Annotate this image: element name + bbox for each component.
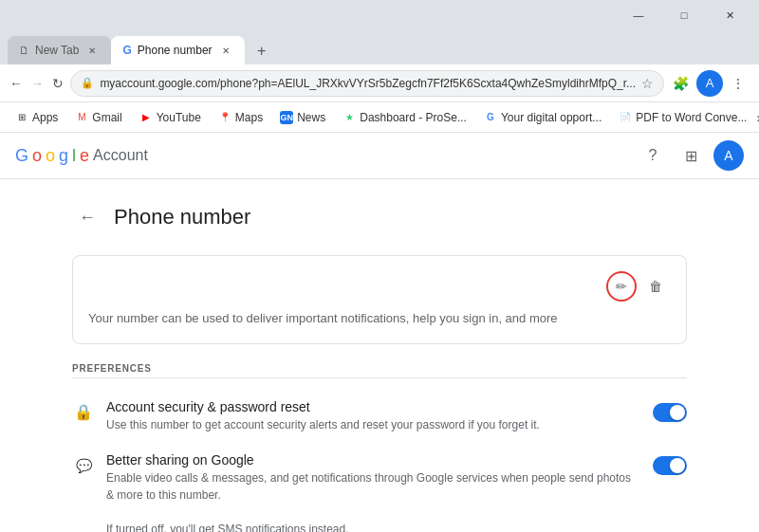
dashboard-icon: ★ bbox=[342, 111, 356, 124]
tab-new-tab[interactable]: 🗋 New Tab ✕ bbox=[8, 36, 111, 64]
phone-description: Your number can be used to deliver impor… bbox=[88, 309, 671, 328]
logo-l-green: l bbox=[72, 146, 76, 166]
bookmark-gmail-label: Gmail bbox=[92, 111, 121, 124]
close-button[interactable]: ✕ bbox=[708, 0, 751, 30]
nav-actions: 🧩 A ⋮ bbox=[668, 70, 751, 97]
bookmark-maps-label: Maps bbox=[235, 111, 263, 124]
gmail-icon: M bbox=[75, 111, 88, 124]
bookmark-apps-label: Apps bbox=[32, 111, 58, 124]
toggle-account-security[interactable] bbox=[653, 403, 687, 422]
pdf-icon: 📄 bbox=[619, 111, 632, 124]
sharing-icon: 💬 bbox=[72, 454, 95, 477]
header-right: ? ⊞ A bbox=[638, 140, 744, 171]
maps-icon: 📍 bbox=[218, 111, 231, 124]
news-icon: GN bbox=[280, 111, 293, 124]
delete-phone-button[interactable]: 🗑 bbox=[640, 271, 671, 302]
page-title-row: ← Phone number bbox=[72, 202, 687, 232]
bookmarks-bar: ⊞ Apps M Gmail ▶ YouTube 📍 Maps GN News … bbox=[0, 102, 759, 133]
tab-close-phone[interactable]: ✕ bbox=[218, 43, 233, 58]
pref-better-sharing-desc: Enable video calls & messages, and get n… bbox=[106, 469, 641, 533]
apps-icon: ⊞ bbox=[15, 111, 28, 124]
youtube-icon: ▶ bbox=[139, 111, 153, 124]
help-button[interactable]: ? bbox=[638, 140, 668, 171]
google2-icon: G bbox=[484, 111, 497, 124]
tab-label: New Tab bbox=[35, 44, 79, 57]
pref-account-security: 🔒 Account security & password reset Use … bbox=[72, 390, 687, 443]
address-text: myaccount.google.com/phone?ph=AElUL_JRXk… bbox=[100, 77, 636, 90]
bookmark-gmail[interactable]: M Gmail bbox=[67, 108, 129, 127]
bookmark-maps[interactable]: 📍 Maps bbox=[211, 108, 270, 127]
page-title: Phone number bbox=[114, 205, 250, 229]
bookmark-youtube-label: YouTube bbox=[157, 111, 201, 124]
tab-phone-number[interactable]: G Phone number ✕ bbox=[111, 36, 244, 64]
tab-favicon-google: G bbox=[122, 44, 131, 57]
account-label: Account bbox=[93, 147, 148, 164]
toggle-knob-account-security bbox=[670, 405, 685, 420]
bookmark-youtube[interactable]: ▶ YouTube bbox=[132, 108, 209, 127]
bookmark-pdf-label: PDF to Word Conve... bbox=[636, 111, 747, 124]
bookmark-dashboard[interactable]: ★ Dashboard - ProSe... bbox=[335, 108, 474, 127]
pref-better-sharing-toggle[interactable] bbox=[653, 456, 687, 475]
tab-close-new-tab[interactable]: ✕ bbox=[84, 43, 100, 58]
extensions-button[interactable]: 🧩 bbox=[668, 70, 694, 97]
pref-account-security-toggle[interactable] bbox=[653, 403, 687, 422]
title-bar: — □ ✕ bbox=[0, 0, 759, 30]
content-inner: ← Phone number ✏ 🗑 Your number can be us… bbox=[57, 179, 702, 532]
edit-phone-button[interactable]: ✏ bbox=[606, 271, 637, 302]
google-apps-button[interactable]: ⊞ bbox=[676, 140, 706, 171]
preferences-section: PREFERENCES 🔒 Account security & passwor… bbox=[72, 363, 687, 533]
pref-account-security-desc: Use this number to get account security … bbox=[106, 416, 641, 433]
maximize-button[interactable]: □ bbox=[662, 0, 706, 30]
bookmark-google2-label: Your digital opport... bbox=[501, 111, 602, 124]
minimize-button[interactable]: — bbox=[617, 0, 660, 30]
logo-g-blue2: g bbox=[59, 146, 68, 166]
page-content: ← Phone number ✏ 🗑 Your number can be us… bbox=[0, 179, 759, 532]
back-button[interactable]: ← bbox=[8, 70, 25, 97]
pref-better-sharing: 💬 Better sharing on Google Enable video … bbox=[72, 443, 687, 533]
logo-o-yellow: o bbox=[46, 146, 55, 166]
tab-favicon: 🗋 bbox=[19, 45, 29, 56]
bookmark-news[interactable]: GN News bbox=[272, 108, 333, 127]
preferences-divider bbox=[72, 377, 687, 378]
window-controls: — □ ✕ bbox=[617, 0, 751, 30]
logo-g-blue: G bbox=[15, 146, 28, 166]
pref-better-sharing-content: Better sharing on Google Enable video ca… bbox=[106, 452, 641, 533]
reload-button[interactable]: ↻ bbox=[49, 70, 66, 97]
page-header: Google Account ? ⊞ A bbox=[0, 133, 759, 179]
bookmark-pdf[interactable]: 📄 PDF to Word Conve... bbox=[611, 108, 754, 127]
lock-icon: 🔒 bbox=[81, 77, 94, 89]
bookmark-news-label: News bbox=[297, 111, 325, 124]
user-avatar[interactable]: A bbox=[713, 140, 744, 171]
bookmark-dashboard-label: Dashboard - ProSe... bbox=[360, 111, 467, 124]
tab-bar: 🗋 New Tab ✕ G Phone number ✕ + bbox=[0, 30, 759, 64]
nav-bar: ← → ↻ 🔒 myaccount.google.com/phone?ph=AE… bbox=[0, 64, 759, 102]
pref-account-security-content: Account security & password reset Use th… bbox=[106, 399, 641, 433]
profile-button[interactable]: A bbox=[696, 70, 723, 97]
toggle-knob-better-sharing bbox=[670, 458, 685, 473]
forward-button[interactable]: → bbox=[28, 70, 46, 97]
logo-o-red: o bbox=[32, 146, 42, 166]
pref-better-sharing-title: Better sharing on Google bbox=[106, 452, 641, 468]
tab-label-phone: Phone number bbox=[138, 44, 213, 57]
toggle-better-sharing[interactable] bbox=[653, 456, 687, 475]
address-bar[interactable]: 🔒 myaccount.google.com/phone?ph=AElUL_JR… bbox=[70, 70, 664, 97]
bookmark-apps[interactable]: ⊞ Apps bbox=[8, 108, 65, 127]
more-menu-button[interactable]: ⋮ bbox=[725, 70, 751, 97]
star-icon[interactable]: ☆ bbox=[641, 76, 654, 91]
pref-account-security-title: Account security & password reset bbox=[106, 399, 641, 414]
page-back-button[interactable]: ← bbox=[72, 202, 102, 232]
new-tab-button[interactable]: + bbox=[249, 38, 275, 64]
phone-section: ✏ 🗑 Your number can be used to deliver i… bbox=[72, 255, 687, 344]
logo-e-red: e bbox=[80, 146, 89, 166]
preferences-label: PREFERENCES bbox=[72, 363, 687, 374]
security-icon: 🔒 bbox=[72, 401, 95, 424]
phone-actions: ✏ 🗑 bbox=[88, 271, 671, 302]
google-logo: Google Account bbox=[15, 146, 148, 166]
bookmark-google2[interactable]: G Your digital opport... bbox=[476, 108, 609, 127]
